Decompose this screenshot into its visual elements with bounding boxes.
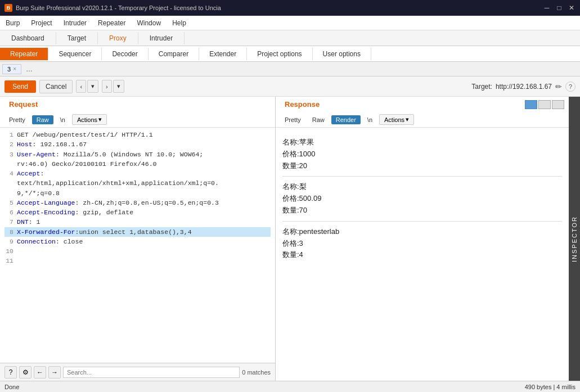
search-back-icon[interactable]: ← xyxy=(34,366,46,379)
render-line: 价格:500.09 xyxy=(282,193,562,205)
inspector-sidebar[interactable]: INSPECTOR xyxy=(569,97,580,381)
toolbar: Send Cancel ‹ ▾ › ▾ Target: http://192.1… xyxy=(0,76,580,97)
sub-tab-repeater[interactable]: Repeater xyxy=(0,48,48,60)
search-input[interactable] xyxy=(63,367,240,378)
matches-count: 0 matches xyxy=(242,369,271,376)
nav-group-left: ‹ ▾ xyxy=(76,80,98,93)
request-tab-3[interactable]: 3 × xyxy=(2,64,21,74)
target-info: Target: http://192.168.1.67 ✏ ? xyxy=(471,82,575,92)
response-tab-newline[interactable]: \n xyxy=(363,115,377,124)
status-right: 490 bytes | 4 millis xyxy=(525,384,575,390)
title-text: B Burp Suite Professional v2020.12.1 - T… xyxy=(5,4,221,12)
main-tab-dashboard[interactable]: Dashboard xyxy=(0,32,56,44)
status-bar: Done 490 bytes | 4 millis xyxy=(0,381,580,392)
request-actions-label: Actions xyxy=(77,116,97,123)
menu-window[interactable]: Window xyxy=(131,17,167,29)
table-row: 5 Accept-Language: zh-CN,zh;q=0.8,en-US;… xyxy=(5,198,271,208)
table-row: 1 GET /webug/pentest/test/1/ HTTP/1.1 xyxy=(5,130,271,139)
target-label: Target: xyxy=(471,83,492,91)
maximize-button[interactable]: □ xyxy=(555,4,563,12)
response-tab-pretty[interactable]: Pretty xyxy=(280,115,305,124)
send-button[interactable]: Send xyxy=(5,80,36,93)
response-actions-chevron: ▾ xyxy=(406,116,409,123)
response-panel-toolbar: Pretty Raw Render \n Actions ▾ xyxy=(276,112,569,128)
request-actions-chevron: ▾ xyxy=(98,116,102,123)
request-panel-title: Request xyxy=(5,98,42,111)
response-actions-label: Actions xyxy=(384,116,404,123)
nav-back-dropdown[interactable]: ▾ xyxy=(87,80,98,93)
minimize-button[interactable]: ─ xyxy=(543,4,551,12)
table-row: 2 Host: 192.168.1.67 xyxy=(5,139,271,149)
tab-more[interactable]: … xyxy=(24,65,35,73)
main-tab-proxy[interactable]: Proxy xyxy=(98,32,138,44)
view-horizontal-icon[interactable] xyxy=(538,100,551,109)
nav-forward-button[interactable]: › xyxy=(102,80,112,93)
nav-back-button[interactable]: ‹ xyxy=(76,80,86,93)
render-line: 价格:3 xyxy=(282,238,562,250)
tab-close-button[interactable]: × xyxy=(13,66,16,72)
main-tab-intruder[interactable]: Intruder xyxy=(138,32,185,44)
response-panel-header: Response xyxy=(276,97,569,112)
menu-project[interactable]: Project xyxy=(25,17,57,29)
table-row: rv:46.0) Gecko/20100101 Firefox/46.0 xyxy=(5,159,271,169)
request-tab-newline[interactable]: \n xyxy=(56,115,70,124)
sub-tab-decoder[interactable]: Decoder xyxy=(102,48,148,60)
request-actions-button[interactable]: Actions ▾ xyxy=(72,114,107,125)
menu-intruder[interactable]: Intruder xyxy=(58,17,92,29)
nav-group-right: › ▾ xyxy=(102,80,124,93)
edit-target-icon[interactable]: ✏ xyxy=(555,82,562,91)
render-line: 名称:梨 xyxy=(282,181,562,193)
sub-tab-comparer[interactable]: Comparer xyxy=(149,48,199,60)
main-tabs: Dashboard Target Proxy Intruder xyxy=(0,30,580,46)
response-panel: Response Pretty Raw Render \n Actions ▾ … xyxy=(276,97,569,381)
window-controls: ─ □ ✕ xyxy=(543,4,575,12)
table-row: 7 DNT: 1 xyxy=(5,217,271,227)
response-actions-button[interactable]: Actions ▾ xyxy=(379,114,414,125)
help-icon[interactable]: ? xyxy=(565,82,575,92)
help-search-icon[interactable]: ? xyxy=(5,366,17,379)
list-item: 名称:梨 价格:500.09 数量:70 xyxy=(282,177,562,221)
status-left: Done xyxy=(5,384,19,390)
table-row: 4 Accept: xyxy=(5,169,271,178)
list-item: 名称:pentesterlab 价格:3 数量:4 xyxy=(282,222,562,265)
sub-tabs: Repeater Sequencer Decoder Comparer Exte… xyxy=(0,46,580,62)
burp-icon: B xyxy=(5,4,12,12)
render-line: 数量:20 xyxy=(282,160,562,172)
settings-icon[interactable]: ⚙ xyxy=(19,366,32,379)
menu-burp[interactable]: Burp xyxy=(0,17,25,29)
table-row: 9 Connection: close xyxy=(5,237,271,246)
request-panel-header: Request xyxy=(0,97,275,112)
nav-forward-dropdown[interactable]: ▾ xyxy=(113,80,124,93)
sub-tab-extender[interactable]: Extender xyxy=(199,48,247,60)
table-row: 8 X-Forwarded-For:union select 1,databas… xyxy=(5,227,271,237)
main-tab-target[interactable]: Target xyxy=(56,32,98,44)
sub-tab-project-options[interactable]: Project options xyxy=(247,48,312,60)
table-row: 11 xyxy=(5,256,271,265)
cancel-button[interactable]: Cancel xyxy=(39,80,73,93)
response-tab-render[interactable]: Render xyxy=(331,115,361,124)
request-tab-pretty[interactable]: Pretty xyxy=(5,115,30,124)
menu-help[interactable]: Help xyxy=(167,17,192,29)
sub-tab-user-options[interactable]: User options xyxy=(313,48,371,60)
menu-repeater[interactable]: Repeater xyxy=(92,17,131,29)
tab-strip: 3 × … xyxy=(0,62,580,76)
view-split-icon[interactable] xyxy=(525,100,537,109)
view-single-icon[interactable] xyxy=(552,100,564,109)
request-panel: Request Pretty Raw \n Actions ▾ 1 GET /w… xyxy=(0,97,276,381)
response-tab-raw[interactable]: Raw xyxy=(308,115,329,124)
target-url: http://192.168.1.67 xyxy=(496,83,552,91)
main-content: Request Pretty Raw \n Actions ▾ 1 GET /w… xyxy=(0,97,580,381)
title-bar: B Burp Suite Professional v2020.12.1 - T… xyxy=(0,0,580,16)
table-row: 6 Accept-Encoding: gzip, deflate xyxy=(5,208,271,217)
request-code-area[interactable]: 1 GET /webug/pentest/test/1/ HTTP/1.1 2 … xyxy=(0,128,275,363)
sub-tab-sequencer[interactable]: Sequencer xyxy=(48,48,102,60)
render-line: 数量:4 xyxy=(282,249,562,261)
table-row: 10 xyxy=(5,246,271,256)
close-button[interactable]: ✕ xyxy=(568,4,575,12)
request-tab-raw[interactable]: Raw xyxy=(32,115,53,124)
table-row: 9,*/*;q=0.8 xyxy=(5,188,271,198)
render-line: 名称:苹果 xyxy=(282,137,562,148)
search-forward-icon[interactable]: → xyxy=(48,366,61,379)
response-panel-title: Response xyxy=(280,98,324,111)
response-render-area: 名称:苹果 价格:1000 数量:20 名称:梨 价格:500.09 数量:70… xyxy=(276,128,569,381)
